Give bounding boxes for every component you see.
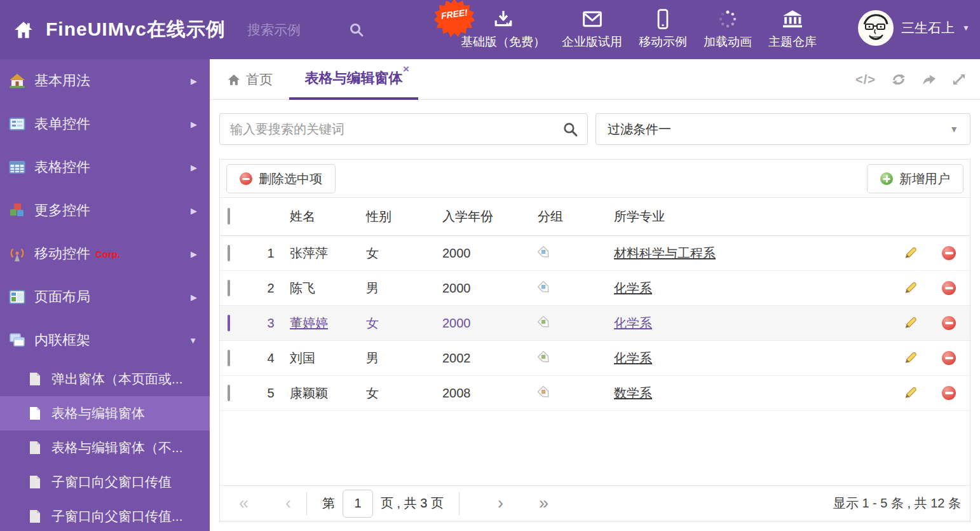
- user-menu[interactable]: 三生石上 ▼: [858, 10, 970, 46]
- sidebar-item-form-controls[interactable]: 表单控件 ▶: [0, 102, 210, 146]
- edit-button[interactable]: [892, 245, 928, 261]
- delete-button[interactable]: [928, 386, 970, 400]
- table-row-selected[interactable]: 3 董婷婷 女 2000 化学系: [220, 306, 970, 341]
- edit-button[interactable]: [892, 280, 928, 296]
- col-header-name[interactable]: 姓名: [290, 208, 366, 225]
- page-number-input[interactable]: [343, 490, 373, 518]
- sidebar-item-mobile-controls[interactable]: 移动控件 Corp. ▶: [0, 232, 210, 275]
- last-page-button[interactable]: »: [539, 493, 548, 513]
- filter-dropdown[interactable]: 过滤条件一 ▼: [595, 113, 970, 145]
- row-checkbox[interactable]: [228, 315, 230, 331]
- chevron-down-icon: ▼: [189, 336, 197, 345]
- delete-button[interactable]: [928, 281, 970, 295]
- refresh-icon[interactable]: [891, 72, 906, 87]
- delete-button[interactable]: [928, 246, 970, 260]
- sidebar-item-grid-controls[interactable]: 表格控件 ▶: [0, 146, 210, 189]
- edit-button[interactable]: [892, 315, 928, 331]
- view-source-icon[interactable]: </>: [855, 72, 876, 87]
- table-row[interactable]: 1 张萍萍 女 2000 材料科学与工程系: [220, 236, 970, 271]
- header-nav: 基础版（免费） 企业版试用 移动示例: [461, 8, 817, 50]
- header-search-input[interactable]: [247, 22, 343, 38]
- mobile-icon: [657, 8, 669, 31]
- tab-toolbar: </>: [855, 59, 966, 100]
- major-link[interactable]: 数学系: [614, 386, 652, 400]
- app-title: FineUIMvc在线示例: [46, 17, 226, 43]
- plus-circle-icon: [880, 172, 893, 185]
- nav-item-basic-edition[interactable]: 基础版（免费）: [461, 8, 545, 50]
- minus-circle-icon: [942, 386, 956, 400]
- col-header-group[interactable]: 分组: [538, 208, 614, 225]
- table-row[interactable]: 2 陈飞 男 2000 化学系: [220, 271, 970, 306]
- close-icon[interactable]: ×: [403, 63, 409, 76]
- row-checkbox[interactable]: [228, 245, 230, 261]
- chevron-right-icon: ▶: [191, 206, 197, 216]
- pagination-summary: 显示 1 - 5 条 , 共 12 条: [833, 495, 961, 512]
- sidebar-subitem-child-to-parent-alt[interactable]: 子窗口向父窗口传值...: [0, 499, 210, 531]
- sidebar-item-basic-usage[interactable]: 基本用法 ▶: [0, 59, 210, 102]
- table-row[interactable]: 5 康颖颖 女 2008 数学系: [220, 376, 970, 411]
- app-header: FineUIMvc在线示例 FREE! 基础版（免费）: [0, 0, 980, 59]
- sidebar-subitem-child-to-parent[interactable]: 子窗口向父窗口传值: [0, 465, 210, 499]
- major-link[interactable]: 材料科学与工程系: [614, 246, 716, 260]
- major-link[interactable]: 化学系: [614, 316, 652, 330]
- caret-down-icon: ▼: [949, 114, 958, 144]
- tab-grid-edit-window[interactable]: 表格与编辑窗体 ×: [289, 59, 418, 100]
- avatar: [858, 10, 894, 46]
- delete-selected-button[interactable]: 删除选中项: [226, 164, 336, 193]
- cubes-icon: [9, 202, 25, 219]
- sidebar-item-more-controls[interactable]: 更多控件 ▶: [0, 189, 210, 232]
- row-checkbox[interactable]: [228, 350, 230, 366]
- user-grid-panel: 删除选中项 新增用户 姓名 性别 入学年份 分组 所学专业 1 张萍萍 女 20…: [219, 159, 970, 521]
- chevron-right-icon: ▶: [191, 76, 197, 86]
- chevron-right-icon: ▶: [191, 163, 197, 172]
- pencil-icon: [902, 385, 918, 401]
- tag-icon: [538, 386, 552, 400]
- add-user-button[interactable]: 新增用户: [867, 164, 963, 193]
- home-colored-icon: [9, 72, 25, 89]
- sidebar-subitem-popup-window[interactable]: 弹出窗体（本页面或...: [0, 362, 210, 396]
- col-header-gender[interactable]: 性别: [366, 208, 442, 225]
- col-header-year[interactable]: 入学年份: [442, 208, 538, 225]
- table-row[interactable]: 4 刘国 男 2002 化学系: [220, 341, 970, 376]
- tag-icon: [538, 246, 552, 260]
- share-icon[interactable]: [922, 72, 937, 86]
- tab-home[interactable]: 首页: [228, 59, 273, 100]
- nav-item-loading-animation[interactable]: 加载动画: [704, 8, 752, 50]
- home-logo-icon[interactable]: [14, 21, 33, 39]
- nav-item-mobile-demo[interactable]: 移动示例: [639, 8, 687, 50]
- chevron-right-icon: ▶: [191, 120, 197, 129]
- nav-item-theme-store[interactable]: 主题仓库: [768, 8, 817, 50]
- sidebar-subitem-grid-edit-window-alt[interactable]: 表格与编辑窗体（不...: [0, 431, 210, 465]
- minus-circle-icon: [240, 172, 252, 185]
- sidebar-item-page-layout[interactable]: 页面布局 ▶: [0, 275, 210, 319]
- table-icon: [9, 159, 25, 176]
- keyword-search-input[interactable]: [220, 114, 587, 144]
- search-icon[interactable]: [562, 121, 578, 137]
- pager-divider: [459, 492, 459, 515]
- sidebar-item-iframe[interactable]: 内联框架 ▼: [0, 319, 210, 362]
- row-checkbox[interactable]: [228, 385, 230, 401]
- col-header-major[interactable]: 所学专业: [614, 208, 892, 225]
- next-page-button[interactable]: ›: [498, 493, 503, 513]
- edit-button[interactable]: [892, 385, 928, 401]
- filter-selected-value: 过滤条件一: [608, 114, 671, 144]
- sidebar-subitem-grid-edit-window[interactable]: 表格与编辑窗体: [0, 396, 210, 431]
- tag-icon: [538, 351, 552, 365]
- major-link[interactable]: 化学系: [614, 281, 652, 295]
- header-search-icon[interactable]: [349, 22, 364, 38]
- delete-button[interactable]: [928, 316, 970, 330]
- spinner-icon: [718, 8, 738, 31]
- row-checkbox[interactable]: [228, 280, 230, 296]
- major-link[interactable]: 化学系: [614, 351, 652, 365]
- first-page-button[interactable]: «: [239, 493, 248, 513]
- nav-item-enterprise-trial[interactable]: 企业版试用: [562, 8, 622, 50]
- select-all-checkbox[interactable]: [228, 208, 230, 224]
- minus-circle-icon: [942, 316, 956, 330]
- expand-icon[interactable]: [952, 72, 966, 86]
- pencil-icon: [902, 245, 918, 261]
- delete-button[interactable]: [928, 351, 970, 365]
- edit-button[interactable]: [892, 350, 928, 366]
- file-icon: [29, 509, 41, 523]
- main-area: 首页 表格与编辑窗体 × </>: [210, 59, 980, 531]
- prev-page-button[interactable]: ‹: [285, 493, 291, 513]
